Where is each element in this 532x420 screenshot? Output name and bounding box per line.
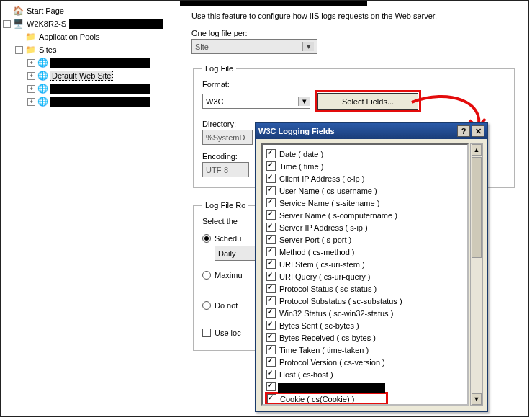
select-fields-button[interactable]: Select Fields... [317,93,418,110]
maxsize-radio[interactable]: Maximu [202,268,256,282]
scroll-up-icon[interactable]: ▲ [472,144,482,156]
expand-icon[interactable]: + [27,98,35,106]
one-log-file-per-dropdown[interactable]: Site ▾ [191,39,317,54]
highlight-cookie-field: Cookie ( cs(Cookie) ) [265,392,388,406]
tree-start-page[interactable]: 🏠 Start Page [3,4,177,17]
logging-field-row[interactable]: User Agent ( cs(User-Agent) ) [265,380,465,393]
radio-icon [202,271,211,280]
logging-field-row[interactable]: Client IP Address ( c-ip ) [265,172,465,184]
tree-label: W2K8R2-S [25,19,68,28]
apppool-icon: 📁 [24,31,36,43]
checkbox-icon [266,174,276,183]
format-dropdown[interactable]: W3C ▾ [202,94,310,109]
scroll-thumb[interactable] [472,157,482,258]
tree-site-item[interactable]: + 🌐 [3,56,177,69]
checkbox-icon [266,333,276,342]
redacted-bar [180,1,367,6]
logging-field-label: Server IP Address ( s-ip ) [279,223,368,232]
expand-icon[interactable]: + [27,59,35,67]
chevron-down-icon: ▾ [298,97,310,106]
globe-icon: 🌐 [37,96,48,107]
expand-icon[interactable]: + [27,85,35,93]
logging-field-label: URI Stem ( cs-uri-stem ) [279,260,365,269]
tree-sites[interactable]: - 📁 Sites [3,43,177,56]
dialog-titlebar[interactable]: W3C Logging Fields ? ✕ [256,123,487,139]
checkbox-icon [267,394,276,403]
logging-field-label: Server Port ( s-port ) [279,236,351,244]
logging-field-label: Protocol Substatus ( sc-substatus ) [279,297,402,305]
logging-field-row[interactable]: Server Port ( s-port ) [265,233,465,246]
schedule-radio[interactable]: Schedu [202,231,256,246]
scroll-down-icon[interactable]: ▼ [472,393,482,405]
checkbox-label: Use loc [215,329,241,337]
radio-label: Maximu [215,271,243,280]
logging-field-row[interactable]: Method ( cs-method ) [265,246,465,258]
checkbox-icon [266,235,276,244]
home-icon: 🏠 [12,5,24,17]
checkbox-icon [266,210,276,220]
globe-icon: 🌐 [37,70,48,81]
checkbox-icon [266,259,276,269]
logging-field-row[interactable]: Time Taken ( time-taken ) [265,344,465,356]
feature-description: Use this feature to configure how IIS lo… [191,12,516,20]
checkbox-icon [266,370,276,379]
checkbox-icon [266,296,276,305]
tree-app-pools[interactable]: 📁 Application Pools [3,30,177,43]
logging-field-label: Protocol Status ( sc-status ) [279,285,377,293]
w3c-logging-fields-dialog: W3C Logging Fields ? ✕ Date ( date )Time… [255,122,488,412]
encoding-input[interactable]: UTF-8 [202,162,249,177]
logging-field-row[interactable]: Bytes Received ( cs-bytes ) [265,331,465,344]
logging-field-row[interactable]: Server IP Address ( s-ip ) [265,221,465,233]
logging-field-row[interactable]: Service Name ( s-sitename ) [265,197,465,209]
logging-field-row[interactable]: URI Stem ( cs-uri-stem ) [265,258,465,270]
logging-field-row[interactable]: Time ( time ) [265,160,465,172]
logging-field-row[interactable]: Protocol Substatus ( sc-substatus ) [265,295,465,307]
logging-field-label: Time ( time ) [279,162,323,171]
logging-field-row[interactable]: Host ( cs-host ) [265,368,465,380]
group-legend: Log File [202,64,236,73]
folder-icon: 📁 [24,44,36,55]
schedule-dropdown[interactable]: Daily [215,246,256,261]
tree-server[interactable]: - 🖥️ W2K8R2-S [3,17,177,30]
checkbox-icon [266,308,276,318]
logging-field-row[interactable]: Protocol Status ( sc-status ) [265,282,465,295]
logging-field-row[interactable]: Referer ( cs(Referer) ) [265,405,465,406]
radio-label: Schedu [215,234,241,243]
redacted-bar [50,97,150,107]
logging-field-row[interactable]: Date ( date ) [265,148,465,160]
checkbox-icon [266,345,276,354]
checkbox-icon [266,272,276,281]
expand-icon[interactable]: + [27,72,35,80]
radio-icon [202,301,211,310]
logging-field-row[interactable]: User Name ( cs-username ) [265,184,465,197]
dialog-fields-list: Date ( date )Time ( time )Client IP Addr… [261,143,469,406]
logging-field-label: Protocol Version ( cs-version ) [279,358,385,367]
collapse-icon[interactable]: - [3,20,11,28]
help-button[interactable]: ? [457,125,470,137]
tree-label: Application Pools [37,32,101,41]
tree-default-site[interactable]: + 🌐 Default Web Site [3,69,177,82]
logging-field-row[interactable]: Protocol Version ( cs-version ) [265,356,465,368]
logging-field-row[interactable]: Cookie ( cs(Cookie) ) [265,393,465,405]
directory-input[interactable]: %SystemD [202,130,253,145]
donot-radio[interactable]: Do not [202,298,256,313]
tree-site-item[interactable]: + 🌐 [3,82,177,95]
uselocal-checkbox[interactable]: Use loc [202,326,256,340]
format-label: Format: [202,80,505,89]
dialog-scrollbar[interactable]: ▲ ▼ [470,143,483,406]
checkbox-icon [266,321,276,330]
collapse-icon[interactable]: - [15,46,23,54]
checkbox-icon [202,329,211,337]
button-label: Select Fields... [342,97,394,106]
logging-field-row[interactable]: URI Query ( cs-uri-query ) [265,270,465,282]
tree-site-item[interactable]: + 🌐 [3,95,177,108]
logging-field-label: Host ( cs-host ) [279,370,333,379]
globe-icon: 🌐 [37,57,48,68]
logging-field-row[interactable]: Server Name ( s-computername ) [265,209,465,221]
dropdown-value: Site [195,43,302,51]
logging-field-row[interactable]: Bytes Sent ( sc-bytes ) [265,319,465,331]
logging-field-row[interactable]: Win32 Status ( sc-win32-status ) [265,307,465,319]
redacted-bar [69,19,163,29]
close-button[interactable]: ✕ [472,125,484,137]
logging-field-label: Method ( cs-method ) [279,248,355,256]
